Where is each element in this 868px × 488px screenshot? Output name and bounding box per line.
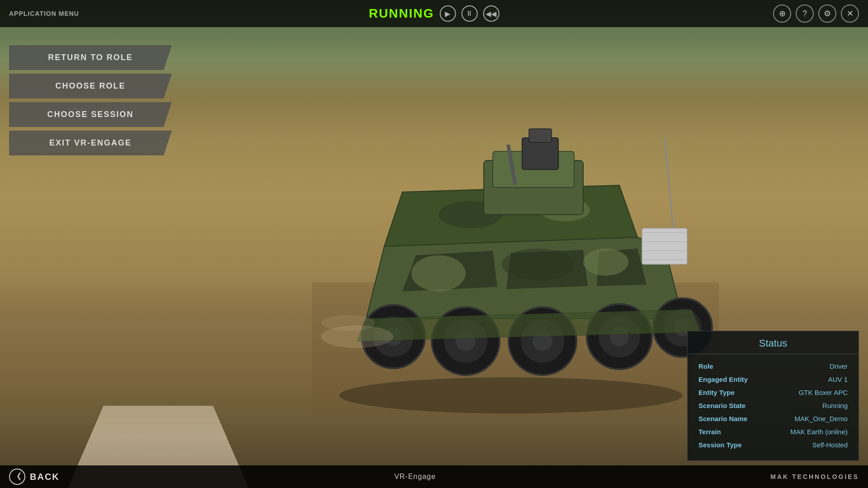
svg-point-4 [583, 249, 628, 276]
session-type-value: Self-Hosted [812, 441, 848, 449]
help-button[interactable]: ? [796, 5, 814, 23]
header-right-controls: ⊕ ? ⚙ ✕ [773, 5, 859, 23]
entity-type-label: Entity Type [698, 389, 735, 396]
close-button[interactable]: ✕ [841, 5, 859, 23]
entity-type-value: GTK Boxer APC [799, 389, 848, 396]
scenario-state-label: Scenario State [698, 402, 745, 409]
back-label: BACK [30, 472, 60, 482]
svg-rect-13 [642, 228, 687, 264]
rewind-button[interactable]: ◀◀ [483, 5, 499, 22]
engaged-entity-value: AUV 1 [828, 375, 848, 383]
pause-button[interactable]: ⏸ [461, 5, 477, 22]
status-row-engaged-entity: Engaged Entity AUV 1 [688, 373, 859, 386]
status-row-terrain: Terrain MAK Earth (online) [688, 425, 859, 438]
header-bar: APPLICATION MENU RUNNING ▶ ⏸ ◀◀ ⊕ ? ⚙ ✕ [0, 0, 868, 27]
svg-point-2 [411, 255, 466, 291]
back-icon: 《 [9, 469, 25, 485]
role-value: Driver [830, 362, 848, 370]
status-row-entity-type: Entity Type GTK Boxer APC [688, 386, 859, 399]
vehicle-display [312, 102, 719, 418]
exit-vr-engage-button[interactable]: EXIT VR-ENGAGE [9, 131, 172, 155]
session-type-label: Session Type [698, 441, 742, 449]
status-panel-title: Status [688, 331, 859, 354]
role-label: Role [698, 362, 713, 370]
terrain-value: MAK Earth (online) [790, 428, 848, 436]
svg-point-3 [502, 249, 574, 280]
footer-app-label: VR-Engage [394, 473, 436, 481]
connect-button[interactable]: ⊕ [773, 5, 791, 23]
footer-logo: MAK TECHNOLOGIES [770, 473, 859, 480]
return-to-role-button[interactable]: RETURN TO ROLE [9, 45, 172, 70]
svg-line-12 [665, 138, 674, 233]
back-button[interactable]: 《 BACK [9, 469, 60, 485]
svg-point-34 [321, 315, 375, 331]
play-button[interactable]: ▶ [439, 5, 456, 22]
settings-button[interactable]: ⚙ [818, 5, 836, 23]
left-menu: RETURN TO ROLE CHOOSE ROLE CHOOSE SESSIO… [9, 45, 172, 155]
terrain-label: Terrain [698, 428, 721, 436]
choose-role-button[interactable]: CHOOSE ROLE [9, 74, 172, 99]
status-row-session-type: Session Type Self-Hosted [688, 438, 859, 451]
header-center-controls: RUNNING ▶ ⏸ ◀◀ [369, 5, 500, 22]
status-panel: Status Role Driver Engaged Entity AUV 1 … [687, 331, 859, 461]
scenario-name-label: Scenario Name [698, 415, 747, 422]
scenario-state-value: Running [822, 402, 848, 409]
svg-rect-10 [529, 129, 552, 142]
status-row-scenario-state: Scenario State Running [688, 399, 859, 412]
scenario-name-value: MAK_One_Demo [794, 415, 848, 422]
status-row-role: Role Driver [688, 360, 859, 373]
app-menu-label: APPLICATION MENU [9, 10, 79, 17]
running-status-label: RUNNING [369, 6, 434, 21]
bottom-bar: 《 BACK VR-Engage MAK TECHNOLOGIES [0, 465, 868, 488]
engaged-entity-label: Engaged Entity [698, 375, 748, 383]
choose-session-button[interactable]: CHOOSE SESSION [9, 102, 172, 127]
status-row-scenario-name: Scenario Name MAK_One_Demo [688, 412, 859, 425]
